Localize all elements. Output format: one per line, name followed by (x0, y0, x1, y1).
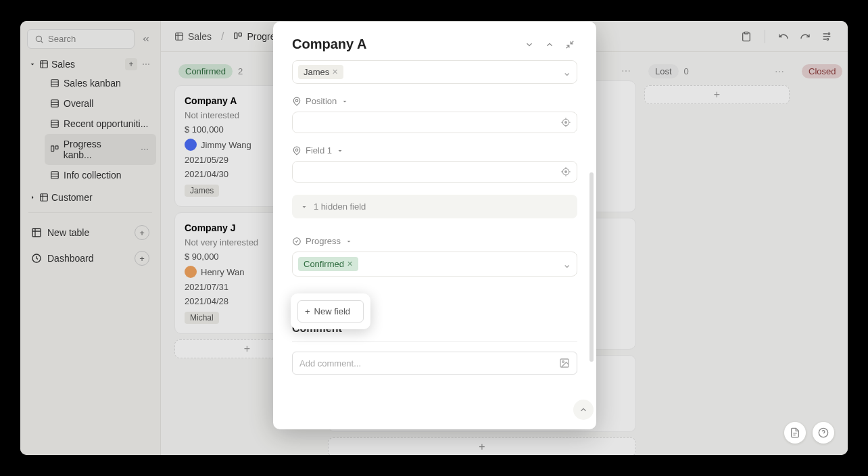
position-label[interactable]: Position (292, 96, 577, 106)
chevron-down-icon[interactable]: ⌄ (562, 66, 571, 78)
new-field-popover: + New field (291, 293, 370, 329)
chevron-down-icon (345, 237, 353, 245)
record-modal: Company A James✕ ⌄ Position Field 1 1 hi… (273, 22, 596, 429)
hidden-fields-toggle[interactable]: 1 hidden field (292, 195, 577, 218)
comment-input[interactable]: Add comment... (292, 352, 577, 375)
progress-label[interactable]: Progress (292, 236, 577, 246)
chevron-down-icon (525, 40, 534, 49)
status-icon (292, 237, 302, 246)
chevron-up-icon (545, 40, 554, 49)
svg-point-17 (295, 99, 298, 102)
plus-icon: + (305, 306, 310, 316)
svg-point-22 (565, 171, 567, 173)
chevron-down-icon (300, 203, 308, 211)
progress-select[interactable]: Confirmed✕ ⌄ (292, 252, 577, 277)
field1-label[interactable]: Field 1 (292, 145, 577, 156)
chevron-down-icon (341, 97, 349, 105)
svg-point-20 (295, 149, 298, 151)
minimize-icon (565, 40, 575, 49)
svg-point-19 (565, 122, 567, 124)
geolocate-button[interactable] (560, 166, 571, 177)
help-icon (818, 427, 829, 438)
collapse-modal-button[interactable] (562, 37, 577, 52)
pin-icon (292, 97, 302, 106)
chevron-down-icon (336, 147, 344, 155)
notes-button[interactable] (784, 422, 806, 444)
assignee-chip[interactable]: James✕ (298, 65, 343, 79)
remove-chip-button[interactable]: ✕ (347, 260, 353, 268)
remove-chip-button[interactable]: ✕ (332, 68, 338, 76)
pin-icon (292, 146, 302, 156)
new-field-button[interactable]: + New field (297, 300, 364, 323)
scrollbar[interactable] (589, 82, 594, 368)
attach-image-button[interactable] (559, 358, 570, 368)
geolocate-button[interactable] (560, 117, 571, 128)
svg-point-25 (562, 361, 564, 363)
progress-chip[interactable]: Confirmed✕ (298, 257, 358, 271)
crosshair-icon (560, 166, 571, 177)
modal-title: Company A (292, 37, 516, 52)
help-button[interactable] (813, 422, 834, 444)
file-icon (790, 427, 800, 438)
position-input[interactable] (292, 112, 577, 133)
chevron-up-icon (579, 405, 588, 414)
scroll-top-button[interactable] (573, 400, 594, 420)
image-icon (559, 358, 570, 368)
field1-input[interactable] (292, 161, 577, 183)
crosshair-icon (560, 117, 571, 128)
chevron-down-icon[interactable]: ⌄ (562, 258, 571, 270)
prev-record-button[interactable] (522, 37, 537, 52)
assignee-field[interactable]: James✕ ⌄ (292, 60, 577, 84)
next-record-button[interactable] (542, 37, 557, 52)
